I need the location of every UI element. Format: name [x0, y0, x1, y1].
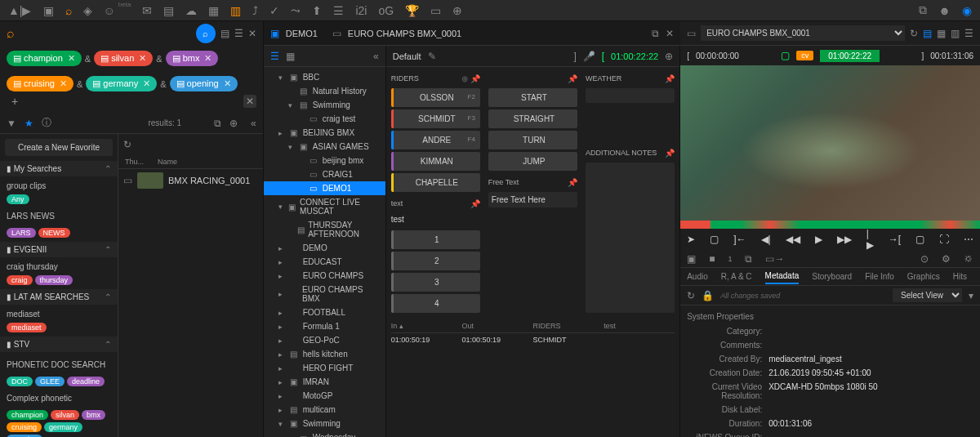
insert-icon[interactable]: ▭→	[765, 253, 784, 265]
action-button[interactable]: JUMP	[488, 152, 577, 171]
forward-icon[interactable]: ▶▶	[837, 234, 852, 245]
rider-button[interactable]: KIMMAN	[391, 152, 480, 171]
track-icon[interactable]: 1	[728, 255, 732, 263]
globe-icon[interactable]: ◉	[962, 4, 972, 17]
sidebar-item[interactable]: craig thursday	[7, 260, 111, 274]
copy-icon[interactable]: ⧉	[919, 3, 927, 17]
pin-icon[interactable]: 📌	[568, 178, 577, 187]
bin-icon[interactable]: ▣	[687, 253, 696, 265]
collapse-icon[interactable]: «	[251, 118, 256, 129]
folder-icon[interactable]: ▣	[43, 4, 54, 17]
tree-item[interactable]: ▭DEMO1	[264, 181, 385, 195]
search-tag[interactable]: ▤ silvan ✕	[94, 51, 153, 66]
collapse-icon[interactable]: «	[373, 51, 379, 62]
remove-tag-icon[interactable]: ✕	[139, 53, 146, 64]
tree-view-icon[interactable]: ☰	[270, 51, 279, 62]
info-icon[interactable]: ⓘ	[42, 116, 51, 130]
lock-icon[interactable]: 🔒	[702, 290, 714, 301]
menu-icon[interactable]: ☰	[964, 28, 973, 39]
metadata-tab[interactable]: Hits	[953, 270, 967, 283]
marker-in-icon[interactable]: [	[602, 51, 604, 62]
zoom-icon[interactable]: ⊕	[452, 4, 462, 17]
remove-tag-icon[interactable]: ✕	[60, 78, 67, 89]
sidebar-section-header[interactable]: ▮ EVGENII⌃	[0, 242, 118, 257]
browse-icon[interactable]: ▤	[163, 4, 174, 17]
pin-icon[interactable]: ⊕ 📌	[461, 74, 480, 83]
remove-tag-icon[interactable]: ✕	[224, 78, 231, 89]
tree-item[interactable]: ▸▤multicam	[264, 403, 385, 417]
stop-icon[interactable]: ■	[709, 253, 715, 265]
close-icon[interactable]: ✕	[248, 28, 256, 39]
refresh-icon[interactable]: ↻	[123, 139, 131, 150]
rider-button[interactable]: OLSSONF2	[391, 88, 480, 107]
sidebar-section-header[interactable]: ▮ My Searches⌃	[0, 161, 118, 176]
layout-icon[interactable]: ▤	[220, 28, 229, 39]
goto-out-icon[interactable]: →[	[889, 234, 901, 245]
dock-icon[interactable]: ⧉	[652, 28, 659, 39]
tree-item[interactable]: ▾▣CONNECT LIVE MUSCAT	[264, 195, 385, 218]
select-view-dropdown[interactable]: Select View	[893, 288, 962, 302]
rider-button[interactable]: ANDREF4	[391, 131, 480, 149]
og-icon[interactable]: oG	[378, 4, 394, 17]
add-marker-icon[interactable]: ⊕	[665, 51, 673, 62]
share-icon[interactable]: ⤴	[252, 4, 258, 17]
gear-icon[interactable]: ⚙	[942, 253, 951, 265]
tree-item[interactable]: ▾▣BBC	[264, 70, 385, 84]
monitor-icon[interactable]: ▢	[781, 50, 790, 61]
tree-item[interactable]: ▸▣BEIJING BMX	[264, 126, 385, 140]
timeline-scrubber[interactable]	[680, 221, 980, 229]
overwrite-icon[interactable]: ⧉	[745, 253, 752, 265]
remove-tag-icon[interactable]: ✕	[143, 78, 150, 89]
send-icon[interactable]: ⤳	[291, 4, 301, 17]
sidebar-item[interactable]: group clips	[7, 179, 111, 193]
metadata-tab[interactable]: Audio	[687, 270, 708, 283]
refresh-icon[interactable]: ↻	[910, 28, 918, 39]
close-icon[interactable]: ✕	[666, 28, 674, 39]
locate-icon[interactable]: ➤	[687, 234, 695, 245]
action-button[interactable]: STRAIGHT	[488, 109, 577, 128]
notes-textarea[interactable]	[586, 163, 675, 313]
rider-button[interactable]: SCHMIDTF3	[391, 109, 480, 128]
layout3-icon[interactable]: ▥	[951, 28, 960, 39]
action-button[interactable]: TURN	[488, 131, 577, 149]
metadata-tab[interactable]: File Info	[865, 270, 894, 283]
tab-clip[interactable]: EURO CHAMPS BMX_0001	[348, 29, 461, 38]
tree-item[interactable]: ▸HERO FIGHT	[264, 361, 385, 375]
tree-item[interactable]: ▸EURO CHAMPS	[264, 269, 385, 283]
mark-out-icon[interactable]: ▢	[915, 234, 924, 245]
tree-item[interactable]: ▸▣IMRAN	[264, 375, 385, 389]
search-submit-button[interactable]: ⌕	[196, 24, 216, 43]
marker-out-icon[interactable]: ]	[573, 51, 576, 62]
tree-item[interactable]: ▸MotoGP	[264, 389, 385, 403]
tree-item[interactable]: ▸EDUCAST	[264, 255, 385, 269]
pin-icon[interactable]: 📌	[470, 199, 480, 208]
tree-item[interactable]: ▾▣ASIAN GAMES	[264, 140, 385, 154]
chat2-icon[interactable]: ☁	[185, 4, 197, 17]
tree-item[interactable]: ▾▣Swimming	[264, 417, 385, 430]
tree-item[interactable]: ▤THURSDAY AFTERNOON	[264, 218, 385, 241]
target-icon[interactable]: ⊙	[920, 253, 929, 265]
layout2-icon[interactable]: ▦	[937, 28, 946, 39]
messages-icon[interactable]: ▭	[430, 4, 441, 17]
tree-item[interactable]: ▾▤Swimming	[264, 98, 385, 112]
tree-item[interactable]: ▸▤hells kitchen	[264, 347, 385, 361]
step-fwd-icon[interactable]: |▶	[866, 228, 874, 251]
pin-icon[interactable]: 📌	[665, 149, 675, 158]
tab-demo1[interactable]: DEMO1	[286, 29, 318, 38]
number-button[interactable]: 1	[391, 230, 480, 249]
account-icon[interactable]: ☻	[938, 4, 951, 17]
search-tag[interactable]: ▤ germany ✕	[86, 76, 157, 91]
metadata-tab[interactable]: R, A & C	[721, 270, 752, 283]
filter-icon[interactable]: ▼	[7, 118, 16, 129]
add-icon[interactable]: ⊕	[229, 118, 238, 129]
add-tag-button[interactable]: +	[7, 95, 23, 108]
sidebar-section-header[interactable]: ▮ STV⌃	[0, 337, 118, 352]
step-back-icon[interactable]: ◀|	[761, 234, 771, 245]
layers-icon[interactable]: ◈	[83, 4, 92, 17]
chat-icon[interactable]: ✉	[142, 4, 152, 17]
trophy-icon[interactable]: 🏆	[405, 4, 419, 17]
search-input[interactable]: ⌕	[7, 26, 191, 41]
edit-icon[interactable]: ✎	[428, 51, 436, 62]
search-tag[interactable]: ▤ cruising ✕	[7, 76, 74, 91]
play-icon[interactable]: ▶	[815, 234, 822, 245]
